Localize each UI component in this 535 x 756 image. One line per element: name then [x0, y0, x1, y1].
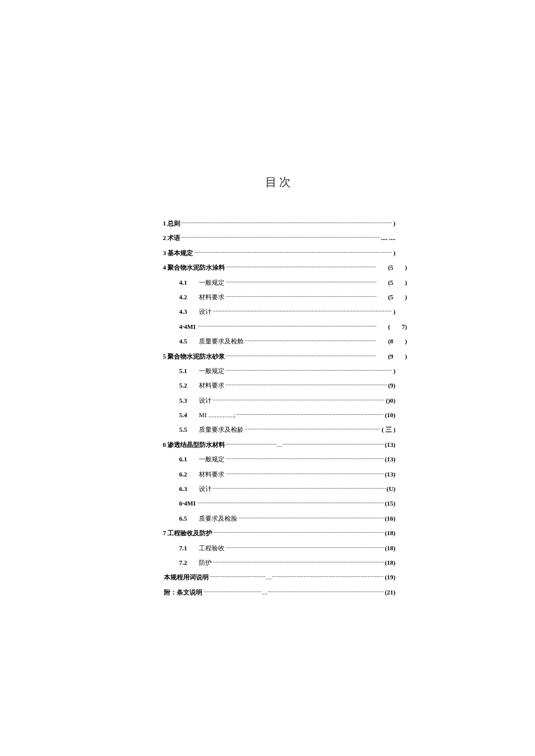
toc-number: 6: [163, 440, 166, 449]
toc-row: 4.5质量要求及检舱(8): [163, 337, 407, 346]
toc-page: ): [392, 219, 395, 228]
toc-label: 本规程用词说明: [164, 573, 209, 582]
toc-leader: [210, 573, 266, 579]
toc-row: 4.3设计): [163, 307, 395, 316]
toc-leader: [226, 293, 376, 299]
toc-leader: [198, 499, 384, 506]
toc-row: 5.5质量要求及检龄( 三 ): [163, 425, 395, 434]
toc-label: 一般规定: [199, 367, 224, 375]
toc-row: 7.1工程验收(18): [163, 544, 395, 553]
toc-row: 4聚合物水泥防水涂料(5): [163, 263, 407, 272]
toc-page-extra: ): [393, 337, 407, 346]
toc-leader: [181, 234, 380, 240]
toc-page: (18): [384, 558, 395, 567]
toc-number: 6.3: [179, 485, 198, 493]
toc-row: 5.2材料要求(9): [163, 381, 395, 390]
toc-label: 渗透结晶型防水材料: [167, 440, 225, 449]
toc-label: 防护: [199, 558, 212, 567]
toc-row: 4·4MI(7): [163, 323, 407, 331]
toc-leader: [226, 381, 387, 388]
toc-leader: [238, 514, 384, 521]
toc-leader: [213, 485, 386, 491]
toc-leader-gap: ....: [266, 574, 272, 582]
toc-number: 5.5: [179, 425, 198, 434]
toc-label: 设计: [199, 485, 212, 493]
toc-row: 2术语.... ....: [163, 234, 395, 242]
toc-leader: [213, 307, 392, 314]
toc-row: 7工程验收及防护(18): [163, 529, 395, 538]
toc-leader: [226, 367, 392, 373]
toc-number: 5: [163, 352, 166, 361]
toc-page: (9): [387, 381, 395, 390]
toc-page-extra: ): [393, 352, 407, 361]
toc-leader: [226, 470, 384, 476]
toc-label: 材料要求: [199, 293, 224, 302]
toc-row: 6.3设计(U): [163, 485, 395, 493]
toc-number: 6.5: [179, 514, 198, 523]
toc-label: 一般规定: [199, 455, 224, 464]
toc-leader: [226, 440, 277, 447]
toc-row: 6.5质要求及检脸(16): [163, 514, 395, 523]
toc-number: 5.4: [179, 411, 198, 420]
toc-leader: [213, 558, 384, 565]
toc-page-extra: ): [393, 278, 407, 287]
toc-label: 质量要求及检龄: [199, 425, 244, 434]
toc-page: ): [392, 307, 395, 316]
toc-number: 6.2: [179, 470, 198, 479]
toc-leader: [213, 396, 385, 403]
toc-row: 5聚合物水泥防水砂浆(9): [163, 352, 407, 361]
toc-leader: [226, 352, 377, 359]
toc-row: 6·4MI(15): [163, 499, 395, 508]
toc-label: 设计: [199, 396, 212, 405]
toc-label: 材料要求: [199, 470, 224, 479]
toc-number: 7: [163, 529, 166, 538]
toc-row: 3基本规定): [163, 249, 395, 257]
toc-page: ): [392, 367, 395, 375]
toc-label: 一般规定: [199, 278, 224, 287]
toc-page: ( 三 ): [380, 425, 395, 434]
toc-leader: [204, 588, 262, 594]
toc-row: 4.2材料要求(5): [163, 293, 407, 302]
toc-label: 附：条文说明: [164, 588, 202, 597]
toc-page: (21): [384, 588, 395, 597]
toc-label: 基本规定: [167, 249, 193, 257]
toc-number: 4.1: [179, 278, 198, 287]
toc-row: 7.2防护(18): [163, 558, 395, 567]
toc-number: 4·4MI: [179, 323, 198, 331]
toc-label: 工程验收: [199, 544, 224, 553]
toc-page: (19): [384, 573, 395, 582]
toc-page-extra: 7): [390, 323, 407, 331]
toc-number: 6.1: [179, 455, 198, 464]
toc-page: (13): [384, 440, 395, 449]
toc-leader: [226, 263, 377, 270]
toc-title: 目次: [163, 174, 395, 190]
toc-page: (8: [376, 337, 393, 346]
toc-number: 4.3: [179, 307, 198, 316]
toc-page: (: [376, 323, 390, 331]
toc-label: 聚合物水泥防水涂料: [167, 263, 225, 272]
toc-row: 5.1一般规定): [163, 367, 395, 375]
toc-number: 5.1: [179, 367, 198, 375]
toc-page: (16): [384, 514, 395, 523]
toc-leader: [245, 425, 380, 432]
toc-row: 6渗透结晶型防水材料 .... (13): [163, 440, 395, 449]
toc-page: ()0): [385, 396, 396, 405]
toc-label: 质量要求及检舱: [199, 337, 244, 346]
toc-leader: [283, 440, 384, 447]
toc-page: (13): [384, 455, 395, 464]
toc-page: (10): [384, 411, 395, 420]
toc-page: (18): [384, 544, 395, 553]
toc-number: 5.3: [179, 396, 198, 405]
toc-leader: [181, 219, 393, 225]
toc-page: (9: [376, 352, 393, 361]
toc-row: 1总则): [163, 219, 395, 228]
toc-leader: [272, 573, 383, 579]
toc-page: (U): [386, 485, 395, 493]
toc-number: 4.2: [179, 293, 198, 302]
toc-page: (5: [376, 278, 393, 287]
toc-number: 7.1: [179, 544, 198, 553]
toc-label: 工程验收及防护: [167, 529, 212, 538]
toc-page: (18): [384, 529, 395, 538]
toc-leader: [226, 455, 384, 461]
toc-leader: [213, 529, 384, 535]
